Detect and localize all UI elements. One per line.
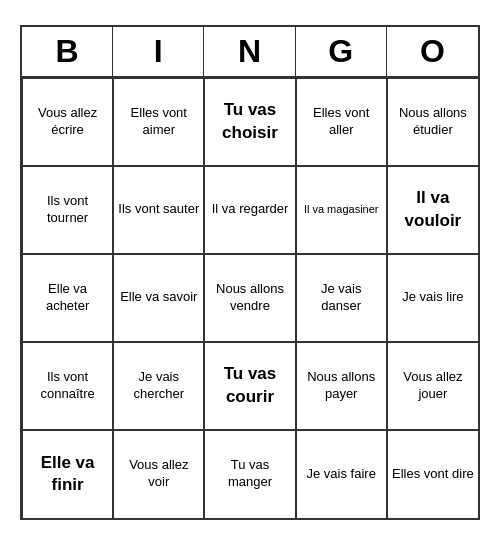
header-letter-i: I (113, 27, 204, 76)
header-letter-g: G (296, 27, 387, 76)
bingo-cell-2[interactable]: Tu vas choisir (204, 78, 295, 166)
bingo-cell-16[interactable]: Je vais chercher (113, 342, 204, 430)
bingo-cell-19[interactable]: Vous allez jouer (387, 342, 478, 430)
bingo-cell-12[interactable]: Nous allons vendre (204, 254, 295, 342)
bingo-cell-7[interactable]: Il va regarder (204, 166, 295, 254)
bingo-cell-6[interactable]: Ils vont sauter (113, 166, 204, 254)
bingo-cell-18[interactable]: Nous allons payer (296, 342, 387, 430)
bingo-cell-20[interactable]: Elle va finir (22, 430, 113, 518)
bingo-grid: Vous allez écrireElles vont aimerTu vas … (22, 78, 478, 518)
header-letter-b: B (22, 27, 113, 76)
header-letter-n: N (204, 27, 295, 76)
bingo-cell-10[interactable]: Elle va acheter (22, 254, 113, 342)
bingo-cell-17[interactable]: Tu vas courir (204, 342, 295, 430)
bingo-cell-9[interactable]: Il va vouloir (387, 166, 478, 254)
bingo-header: BINGO (22, 27, 478, 78)
header-letter-o: O (387, 27, 478, 76)
bingo-cell-3[interactable]: Elles vont aller (296, 78, 387, 166)
bingo-cell-1[interactable]: Elles vont aimer (113, 78, 204, 166)
bingo-cell-13[interactable]: Je vais danser (296, 254, 387, 342)
bingo-cell-24[interactable]: Elles vont dire (387, 430, 478, 518)
bingo-card: BINGO Vous allez écrireElles vont aimerT… (20, 25, 480, 520)
bingo-cell-4[interactable]: Nous allons étudier (387, 78, 478, 166)
bingo-cell-23[interactable]: Je vais faire (296, 430, 387, 518)
bingo-cell-11[interactable]: Elle va savoir (113, 254, 204, 342)
bingo-cell-15[interactable]: Ils vont connaître (22, 342, 113, 430)
bingo-cell-8[interactable]: Il va magasiner (296, 166, 387, 254)
bingo-cell-22[interactable]: Tu vas manger (204, 430, 295, 518)
bingo-cell-21[interactable]: Vous allez voir (113, 430, 204, 518)
bingo-cell-0[interactable]: Vous allez écrire (22, 78, 113, 166)
bingo-cell-5[interactable]: Ils vont tourner (22, 166, 113, 254)
bingo-cell-14[interactable]: Je vais lire (387, 254, 478, 342)
